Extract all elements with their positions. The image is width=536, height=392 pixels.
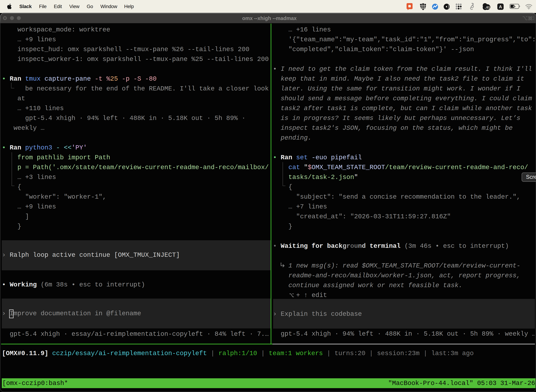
svg-text:..61: ..61 (485, 6, 490, 9)
svg-text:A: A (499, 5, 502, 9)
svg-text:1: 1 (532, 15, 534, 21)
